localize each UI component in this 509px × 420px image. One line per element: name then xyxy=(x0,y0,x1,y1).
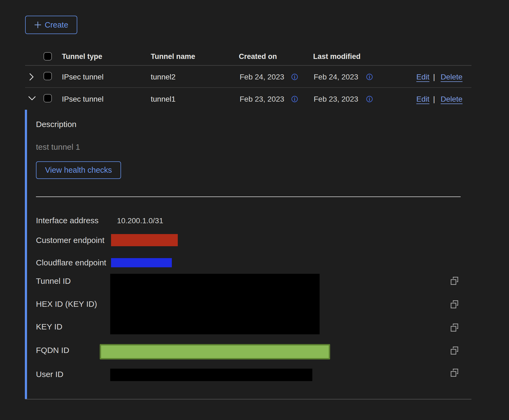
svg-text:i: i xyxy=(369,74,370,80)
svg-text:i: i xyxy=(294,74,295,80)
svg-text:i: i xyxy=(294,96,295,102)
svg-text:i: i xyxy=(369,96,370,102)
